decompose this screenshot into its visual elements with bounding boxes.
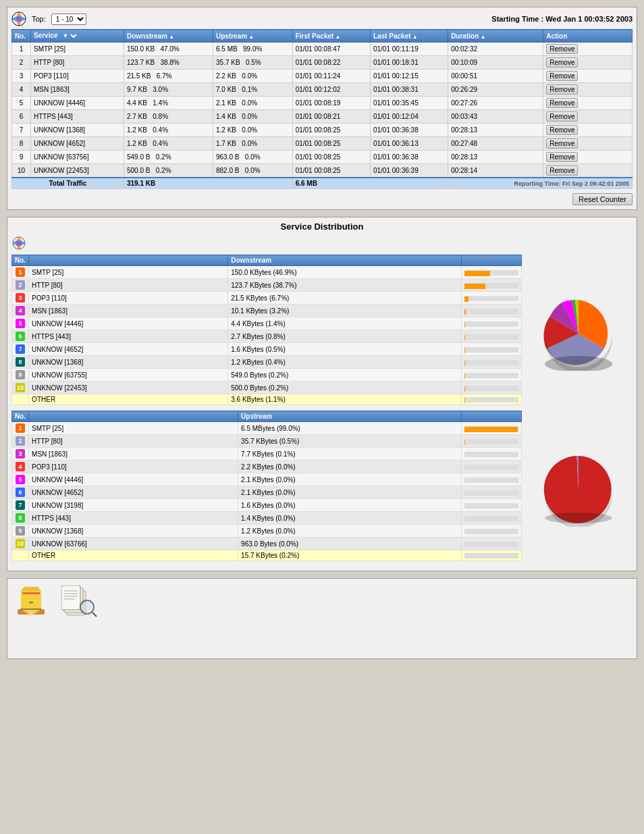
row-number-badge: 10 [16, 539, 25, 548]
up-no: 7 [12, 499, 29, 512]
col-last-packet[interactable]: Last Packet [370, 30, 448, 43]
row-duration: 00:28:13 [448, 151, 543, 164]
row-first-packet: 01/01 00:08:25 [292, 164, 370, 178]
bar-background [464, 452, 518, 457]
up-value: 1.2 KBytes (0.0%) [238, 525, 462, 538]
dist-service-col [29, 255, 228, 266]
service-distribution-section: Service Distribution No. Downstream [7, 217, 637, 571]
up-upstream-col: Upstream [238, 411, 462, 422]
row-number-badge: 5 [16, 475, 25, 484]
dist-row: 2 HTTP [80] 123.7 KBytes (38.7%) [12, 279, 522, 292]
up-no: 3 [12, 448, 29, 461]
traffic-row: 9 UNKNOW [63756] 549.0 B 0.2% 963.0 B 0.… [12, 151, 633, 164]
remove-button[interactable]: Remove [546, 125, 578, 135]
dist-service: UNKNOW [4652] [29, 343, 228, 356]
up-bar [462, 473, 522, 486]
papers-icon-container[interactable] [61, 585, 99, 621]
bar-background [464, 426, 518, 432]
row-service: MSN [1863] [31, 83, 124, 97]
up-dist-row: OTHER 15.7 KBytes (0.2%) [12, 550, 522, 561]
svg-line-21 [92, 613, 97, 617]
traffic-row: 3 POP3 [110] 21.5 KB 6.7% 2.2 KB 0.0% 01… [12, 70, 633, 83]
row-last-packet: 01/01 00:36:38 [370, 124, 448, 137]
row-last-packet: 01/01 00:36:38 [370, 151, 448, 164]
dist-service: MSN [1863] [29, 305, 228, 317]
bar-background [464, 490, 518, 496]
traffic-row: 5 UNKNOW [4446] 4.4 KB 1.4% 2.1 KB 0.0% … [12, 97, 633, 110]
remove-button[interactable]: Remove [546, 57, 578, 68]
up-value: 2.2 KBytes (0.0%) [238, 461, 462, 473]
dist-service: POP3 [110] [29, 292, 228, 305]
dist-row: 8 UNKNOW [1368] 1.2 KBytes (0.4%) [12, 356, 522, 369]
col-upstream[interactable]: Upstream [213, 30, 292, 43]
dist-value: 549.0 Bytes (0.2%) [228, 369, 462, 382]
up-no: 9 [12, 525, 29, 538]
up-bar [462, 499, 522, 512]
bar-background [464, 283, 518, 288]
remove-button[interactable]: Remove [546, 165, 578, 176]
row-duration: 00:27:48 [448, 137, 543, 151]
bar-fill [464, 322, 465, 328]
row-upstream: 1.2 KB 0.0% [213, 124, 292, 137]
traffic-row: 6 HTTPS [443] 2.7 KB 0.8% 1.4 KB 0.0% 01… [12, 110, 633, 124]
row-last-packet: 01/01 00:12:04 [370, 110, 448, 124]
traffic-row: 10 UNKNOW [22453] 500.0 B 0.2% 882.0 B 0… [12, 164, 633, 178]
row-upstream: 1.7 KB 0.0% [213, 137, 292, 151]
dist-value: 3.6 KBytes (1.1%) [228, 394, 462, 405]
row-upstream: 2.2 KB 0.0% [213, 70, 292, 83]
dist-service: HTTPS [443] [29, 330, 228, 343]
dist-value: 10.1 KBytes (3.2%) [228, 305, 462, 317]
col-duration[interactable]: Duration [448, 30, 543, 43]
dist-no: 1 [12, 266, 29, 279]
dist-bar [462, 317, 522, 330]
up-no: 2 [12, 435, 29, 448]
reporting-time: Reporting Time: Fri Sep 2 09:42:01 2005 [448, 178, 633, 189]
row-last-packet: 01/01 00:36:39 [370, 164, 448, 178]
remove-button[interactable]: Remove [546, 44, 578, 54]
up-service: OTHER [29, 550, 238, 561]
up-dist-row: 7 UNKNOW [3198] 1.6 KBytes (0.0%) [12, 499, 522, 512]
row-action: Remove [543, 83, 633, 97]
col-first-packet[interactable]: First Packet [292, 30, 370, 43]
remove-button[interactable]: Remove [546, 98, 578, 108]
up-no: 1 [12, 422, 29, 435]
reset-counter-button[interactable]: Reset Counter [572, 193, 633, 205]
row-service: SMTP [25] [31, 43, 124, 56]
row-upstream: 35.7 KB 0.5% [213, 56, 292, 70]
remove-button[interactable]: Remove [546, 71, 578, 81]
pencil-icon-container[interactable]: ✏ [14, 585, 48, 621]
remove-button[interactable]: Remove [546, 152, 578, 162]
row-no: 2 [12, 56, 31, 70]
row-number-badge: 1 [16, 267, 25, 277]
col-downstream[interactable]: Downstream [124, 30, 213, 43]
service-filter[interactable]: ▼ [59, 32, 79, 40]
up-no: 5 [12, 473, 29, 486]
up-dist-row: 6 UNKNOW [4652] 2.1 KBytes (0.0%) [12, 486, 522, 499]
dist-value: 150.0 KBytes (46.9%) [228, 266, 462, 279]
row-number-badge: 7 [16, 500, 25, 510]
up-bar [462, 550, 522, 561]
row-action: Remove [543, 70, 633, 83]
remove-button[interactable]: Remove [546, 111, 578, 122]
dist-service: UNKNOW [1368] [29, 356, 228, 369]
top-select[interactable]: 1 - 10 1 - 20 1 - 50 [51, 14, 86, 25]
dist-no: 5 [12, 317, 29, 330]
upstream-table: No. Upstream 1 SMTP [25] 6.5 MBytes (99.… [11, 411, 522, 561]
traffic-section: Top: 1 - 10 1 - 20 1 - 50 Starting Time … [7, 7, 637, 210]
traffic-row: 7 UNKNOW [1368] 1.2 KB 0.4% 1.2 KB 0.0% … [12, 124, 633, 137]
total-row: Total Traffic 319.1 KB 6.6 MB Reporting … [12, 178, 633, 189]
dist-value: 1.6 KBytes (0.5%) [228, 343, 462, 356]
row-last-packet: 01/01 00:18:31 [370, 56, 448, 70]
service-dist-title: Service Distribution [11, 221, 633, 232]
row-number-badge: 2 [16, 280, 25, 290]
remove-button[interactable]: Remove [546, 138, 578, 149]
bar-fill [464, 309, 466, 315]
row-action: Remove [543, 110, 633, 124]
dist-bar [462, 305, 522, 317]
bar-background [464, 503, 518, 509]
dist-no: 6 [12, 330, 29, 343]
up-value: 1.6 KBytes (0.0%) [238, 499, 462, 512]
remove-button[interactable]: Remove [546, 84, 578, 95]
up-bar [462, 448, 522, 461]
col-service[interactable]: Service ▼ [31, 30, 124, 43]
